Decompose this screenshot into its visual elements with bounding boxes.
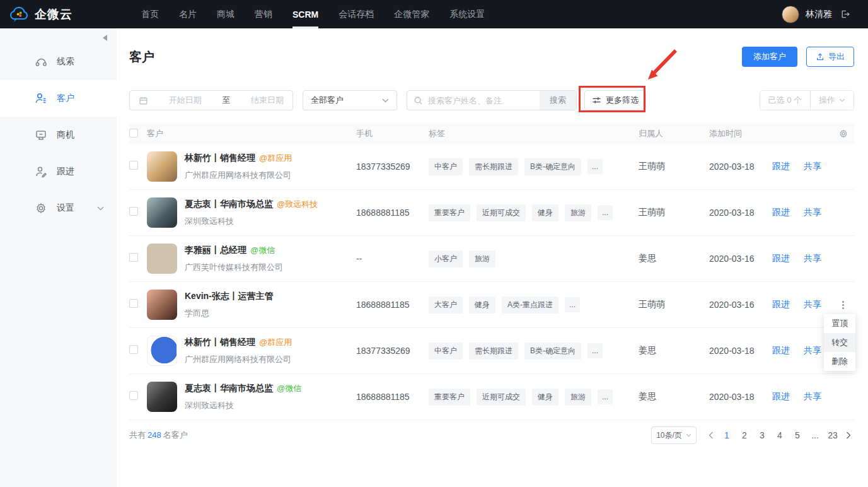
row-checkbox[interactable] bbox=[129, 391, 138, 400]
tag-more-chip[interactable]: ... bbox=[587, 159, 603, 174]
row-checkbox[interactable] bbox=[129, 207, 138, 216]
export-button[interactable]: 导出 bbox=[806, 47, 854, 67]
tag-more-chip[interactable]: ... bbox=[598, 205, 613, 220]
user-avatar[interactable] bbox=[782, 6, 799, 23]
date-separator: 至 bbox=[222, 95, 230, 106]
follow-link[interactable]: 跟进 bbox=[772, 345, 790, 356]
tag-chip: 近期可成交 bbox=[477, 204, 526, 221]
tag-more-chip[interactable]: ... bbox=[565, 297, 580, 312]
context-menu-item-delete[interactable]: 删除 bbox=[824, 352, 855, 371]
top-menu-item-wework-manager[interactable]: 企微管家 bbox=[394, 0, 429, 28]
share-link[interactable]: 共享 bbox=[804, 253, 821, 264]
share-link[interactable]: 共享 bbox=[804, 345, 821, 356]
share-link[interactable]: 共享 bbox=[804, 207, 821, 218]
context-menu-item-transfer[interactable]: 转交 bbox=[824, 333, 855, 352]
row-checkbox[interactable] bbox=[129, 253, 138, 262]
user-name[interactable]: 林清雅 bbox=[806, 9, 832, 20]
customer-name[interactable]: 夏志衷丨华南市场总监@致远科技 bbox=[185, 199, 318, 210]
customer-phone: 18688881185 bbox=[356, 208, 429, 218]
tag-more-chip[interactable]: ... bbox=[587, 343, 603, 358]
tag-chip: B类-确定意向 bbox=[524, 343, 581, 360]
actions-dropdown[interactable]: 操作 bbox=[810, 91, 854, 110]
add-customer-button[interactable]: 添加客户 bbox=[742, 47, 797, 67]
follow-link[interactable]: 跟进 bbox=[772, 161, 790, 172]
top-menu-item-business-card[interactable]: 名片 bbox=[179, 0, 197, 28]
sidebar-item-settings[interactable]: 设置 bbox=[0, 190, 117, 226]
top-menu-item-home[interactable]: 首页 bbox=[141, 0, 159, 28]
row-checkbox[interactable] bbox=[129, 161, 138, 170]
customer-added-date: 2020-03-18 bbox=[709, 392, 772, 402]
table-footer: 共有248名客户 10条/页 1 2 3 4 bbox=[129, 420, 854, 450]
tag-chip: 小客户 bbox=[429, 250, 463, 267]
column-tags: 标签 bbox=[429, 128, 639, 139]
customer-name[interactable]: 夏志衷丨华南市场总监@微信 bbox=[185, 383, 301, 394]
sidebar-item-opportunities[interactable]: 商机 bbox=[0, 117, 117, 153]
more-filters-button[interactable]: 更多筛选 bbox=[584, 90, 646, 110]
page-number[interactable]: 3 bbox=[755, 428, 770, 442]
customer-name[interactable]: Kevin-张志丨运营主管 bbox=[185, 291, 274, 302]
brand[interactable]: 企微云 bbox=[10, 6, 141, 23]
customer-company: 深圳致远科技 bbox=[185, 216, 318, 227]
page-number[interactable]: 5 bbox=[790, 428, 805, 442]
top-menu-item-chat-archive[interactable]: 会话存档 bbox=[339, 0, 374, 28]
column-settings-gear-icon[interactable] bbox=[832, 129, 854, 139]
customer-name[interactable]: 林新竹丨销售经理@群应用 bbox=[185, 153, 292, 164]
tag-more-chip[interactable]: ... bbox=[598, 389, 613, 404]
chevron-down-icon bbox=[686, 433, 692, 437]
row-checkbox[interactable] bbox=[129, 299, 138, 308]
follow-link[interactable]: 跟进 bbox=[772, 253, 790, 264]
sidebar-item-leads[interactable]: 线索 bbox=[0, 44, 117, 80]
search-button[interactable]: 搜索 bbox=[540, 91, 576, 110]
context-menu-item-pin-top[interactable]: 置顶 bbox=[824, 314, 855, 333]
app-root: 企微云 首页 名片 商城 营销 SCRM 会话存档 企微管家 系统设置 林清雅 bbox=[0, 0, 868, 487]
top-menu-item-scrm[interactable]: SCRM bbox=[292, 0, 318, 28]
page-number[interactable]: 4 bbox=[772, 428, 787, 442]
top-menu-item-marketing[interactable]: 营销 bbox=[255, 0, 272, 28]
sidebar-collapse-icon[interactable] bbox=[103, 35, 107, 41]
customer-company: 广州群应用网络科技有限公司 bbox=[185, 354, 292, 365]
date-range-picker[interactable]: 开始日期 至 结束日期 bbox=[129, 90, 293, 110]
customer-company: 广西芙叶传媒科技有限公司 bbox=[185, 262, 283, 273]
customer-tags: 重要客户 近期可成交 健身 旅游 ... bbox=[429, 389, 639, 406]
date-start-placeholder: 开始日期 bbox=[169, 95, 202, 106]
page-number[interactable]: 2 bbox=[737, 428, 752, 442]
customer-phone: 18377335269 bbox=[356, 346, 429, 356]
customer-name[interactable]: 林新竹丨销售经理@群应用 bbox=[185, 337, 292, 348]
follow-link[interactable]: 跟进 bbox=[772, 207, 790, 218]
header-actions: 添加客户 导出 bbox=[742, 47, 854, 67]
customer-company: 深圳致远科技 bbox=[185, 400, 301, 411]
follow-link[interactable]: 跟进 bbox=[772, 299, 790, 310]
search-input[interactable] bbox=[423, 91, 540, 110]
share-link[interactable]: 共享 bbox=[804, 391, 821, 402]
customer-name[interactable]: 李雅丽丨总经理@微信 bbox=[185, 245, 283, 256]
table-header: 客户 手机 标签 归属人 添加时间 bbox=[129, 124, 854, 144]
share-link[interactable]: 共享 bbox=[804, 299, 821, 310]
page-ellipsis[interactable]: ... bbox=[807, 428, 823, 442]
customer-avatar bbox=[147, 197, 177, 228]
column-added-time: 添加时间 bbox=[709, 128, 772, 139]
page-size-select[interactable]: 10条/页 bbox=[651, 426, 697, 444]
top-menu-item-mall[interactable]: 商城 bbox=[217, 0, 234, 28]
customer-avatar bbox=[147, 244, 177, 274]
logout-icon[interactable] bbox=[840, 9, 850, 20]
customer-source-tag: @微信 bbox=[250, 245, 275, 255]
main-content: 客户 添加客户 导出 bbox=[117, 28, 868, 487]
follow-link[interactable]: 跟进 bbox=[772, 391, 790, 402]
sidebar-item-customers[interactable]: 客户 bbox=[0, 80, 117, 117]
page-number[interactable]: 1 bbox=[719, 428, 734, 442]
page-number[interactable]: 23 bbox=[825, 428, 840, 442]
customer-type-select[interactable]: 全部客户 bbox=[303, 90, 397, 110]
top-menu-item-system-settings[interactable]: 系统设置 bbox=[449, 0, 485, 28]
next-page-icon[interactable] bbox=[843, 430, 854, 441]
row-more-menu-icon[interactable] bbox=[840, 298, 847, 312]
column-customer: 客户 bbox=[147, 128, 356, 139]
row-checkbox[interactable] bbox=[129, 345, 138, 354]
share-link[interactable]: 共享 bbox=[804, 161, 821, 172]
prev-page-icon[interactable] bbox=[705, 430, 717, 441]
tag-chip: 中客户 bbox=[429, 158, 463, 175]
customer-company: 广州群应用网络科技有限公司 bbox=[185, 170, 292, 181]
top-navbar: 企微云 首页 名片 商城 营销 SCRM 会话存档 企微管家 系统设置 林清雅 bbox=[0, 0, 868, 28]
customer-tags: 大客户 健身 A类-重点跟进 ... bbox=[429, 296, 639, 314]
sidebar-item-follow-ups[interactable]: 跟进 bbox=[0, 153, 117, 190]
select-all-checkbox[interactable] bbox=[129, 129, 138, 138]
